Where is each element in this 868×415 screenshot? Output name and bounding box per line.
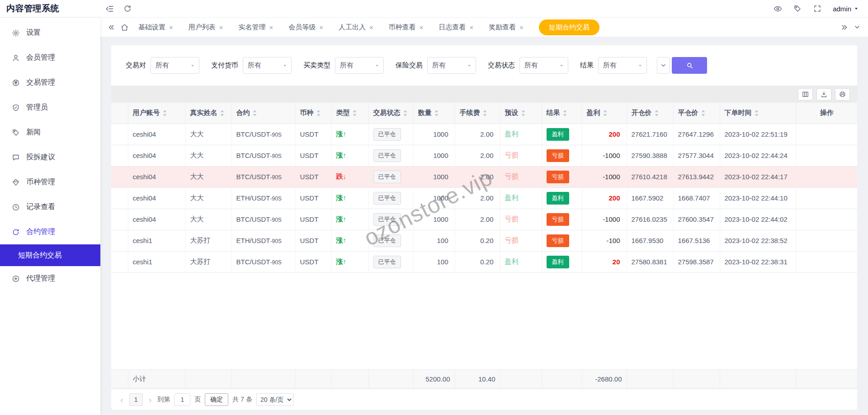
col-header-close-price[interactable]: 平仓价: [673, 103, 720, 124]
sidebar-item-label: 管理员: [26, 103, 48, 112]
user-dropdown[interactable]: admin: [833, 5, 859, 13]
sidebar-item-feedback[interactable]: 投拆建议: [0, 145, 100, 170]
current-page-button[interactable]: 1: [129, 393, 143, 406]
goto-page-prefix: 到第: [157, 396, 170, 404]
cell-account: ceshi1: [128, 230, 185, 251]
sidebar-item-transactions[interactable]: 交易管理: [0, 70, 100, 95]
tab-item-2[interactable]: 实名管理×: [239, 23, 274, 32]
col-header-result[interactable]: 结果: [542, 103, 582, 124]
cell-account: ceshi04: [128, 124, 185, 145]
col-header-type[interactable]: 类型: [331, 103, 368, 124]
cell-spacer: [111, 187, 128, 209]
tab-item-0[interactable]: 基础设置×: [138, 23, 173, 32]
tabs-menu-icon[interactable]: [854, 24, 861, 31]
col-header-open-price[interactable]: 开仓价: [627, 103, 673, 124]
goto-page-input[interactable]: [174, 393, 190, 406]
col-header-contract[interactable]: 合约: [231, 103, 295, 124]
tab-label: 奖励查看: [489, 23, 516, 32]
tab-item-active[interactable]: 短期合约交易: [539, 19, 599, 35]
tab-item-1[interactable]: 用户列表×: [189, 23, 223, 32]
filter-bar: 交易对所有支付货币所有买卖类型所有保险交易所有交易状态所有结果所有: [111, 45, 857, 86]
filter-select-trade-type[interactable]: 所有: [335, 57, 384, 74]
sidebar-item-contracts[interactable]: 合约管理: [0, 219, 100, 244]
sort-icon: [701, 110, 705, 116]
sidebar-item-records[interactable]: 记录查看: [0, 195, 100, 219]
sidebar-item-settings[interactable]: 设置: [0, 20, 100, 45]
tabbar: 基础设置×用户列表×实名管理×会员等级×人工出入×币种查看×日志查看×奖励查看×…: [100, 18, 868, 37]
cell-result: 亏损: [542, 209, 582, 230]
tab-close-icon[interactable]: ×: [519, 24, 524, 31]
col-header-order-time[interactable]: 下单时间: [720, 103, 796, 124]
tab-label: 用户列表: [189, 23, 216, 32]
contract-period: -90S: [270, 217, 282, 223]
filter-select-result[interactable]: 所有: [598, 57, 647, 74]
tabs-scroll-left-icon[interactable]: [108, 24, 115, 31]
tab-close-icon[interactable]: ×: [470, 24, 474, 31]
tab-close-icon[interactable]: ×: [219, 24, 223, 31]
fullscreen-icon[interactable]: [808, 0, 826, 17]
cell-preset: 亏损: [500, 145, 542, 166]
cell-contract: BTC/USDT-90S: [231, 124, 295, 145]
cell-open-price: 1667.9530: [627, 230, 673, 251]
col-header-fee[interactable]: 手续费: [455, 103, 500, 124]
tab-item-6[interactable]: 日志查看×: [439, 23, 474, 32]
cell-status: 已平仓: [368, 166, 413, 187]
filter-pay-currency: 支付货币所有: [211, 57, 292, 74]
tabs-scroll-right-icon[interactable]: [840, 24, 848, 31]
col-header-label: 数量: [418, 109, 432, 117]
sidebar-item-short-term-contract[interactable]: 短期合约交易: [0, 244, 100, 266]
home-icon[interactable]: [121, 24, 128, 31]
tab-close-icon[interactable]: ×: [169, 24, 173, 31]
tag-icon[interactable]: [788, 0, 807, 17]
cell-real-name: 大大: [185, 145, 231, 166]
chevron-down-icon: [854, 6, 859, 11]
tab-item-4[interactable]: 人工出入×: [339, 23, 373, 32]
col-header-real-name[interactable]: 真实姓名: [185, 103, 231, 124]
tab-close-icon[interactable]: ×: [319, 24, 323, 31]
print-icon[interactable]: [835, 88, 850, 100]
col-header-profit[interactable]: 盈利: [582, 103, 627, 124]
cell-quantity: 1000: [413, 166, 455, 187]
col-header-coin[interactable]: 币种: [295, 103, 331, 124]
preset-label: 盈利: [505, 258, 519, 265]
col-header-quantity[interactable]: 数量: [413, 103, 455, 124]
goto-page-suffix: 页: [194, 396, 201, 404]
page-size-select[interactable]: 20 条/页: [256, 393, 293, 406]
filter-expand-button[interactable]: [657, 57, 670, 74]
filter-select-pay-currency[interactable]: 所有: [243, 57, 292, 74]
tab-close-icon[interactable]: ×: [369, 24, 373, 31]
refresh-icon[interactable]: [118, 0, 137, 17]
sidebar-item-currency[interactable]: 币种管理: [0, 170, 100, 195]
collapse-sidebar-icon[interactable]: [100, 0, 118, 17]
filter-select-insurance[interactable]: 所有: [427, 57, 476, 74]
columns-icon[interactable]: [798, 88, 813, 100]
cell-result: 亏损: [542, 145, 582, 166]
sidebar-item-members[interactable]: 会员管理: [0, 45, 100, 70]
tab-item-7[interactable]: 奖励查看×: [489, 23, 524, 32]
filter-select-trade-status[interactable]: 所有: [519, 57, 568, 74]
status-badge: 已平仓: [373, 149, 401, 162]
chevron-down-icon: [374, 63, 380, 68]
col-header-preset[interactable]: 预设: [500, 103, 542, 124]
news-icon: [12, 129, 20, 137]
chevron-down-icon: [637, 63, 643, 68]
tab-item-3[interactable]: 会员等级×: [288, 23, 323, 32]
search-button[interactable]: [672, 57, 707, 74]
goto-confirm-button[interactable]: 确定: [205, 393, 228, 406]
tab-item-5[interactable]: 币种查看×: [389, 23, 424, 32]
col-header-account[interactable]: 用户账号: [128, 103, 185, 124]
col-header-status[interactable]: 交易状态: [368, 103, 413, 124]
export-icon[interactable]: [816, 88, 831, 100]
tab-close-icon[interactable]: ×: [269, 24, 274, 31]
filter-select-trading-pair[interactable]: 所有: [151, 57, 199, 74]
sidebar-item-news[interactable]: 新闻: [0, 120, 100, 145]
next-page-icon[interactable]: ›: [147, 395, 154, 404]
sidebar-item-admins[interactable]: 管理员: [0, 95, 100, 120]
prev-page-icon[interactable]: ‹: [118, 395, 125, 404]
eye-icon[interactable]: [769, 0, 787, 17]
sidebar-item-agents[interactable]: 代理管理: [0, 266, 100, 291]
cell-fee: 0.20: [455, 251, 500, 272]
tab-close-icon[interactable]: ×: [420, 24, 424, 31]
cell-account: ceshi1: [128, 251, 185, 272]
filter-label: 结果: [580, 61, 594, 70]
